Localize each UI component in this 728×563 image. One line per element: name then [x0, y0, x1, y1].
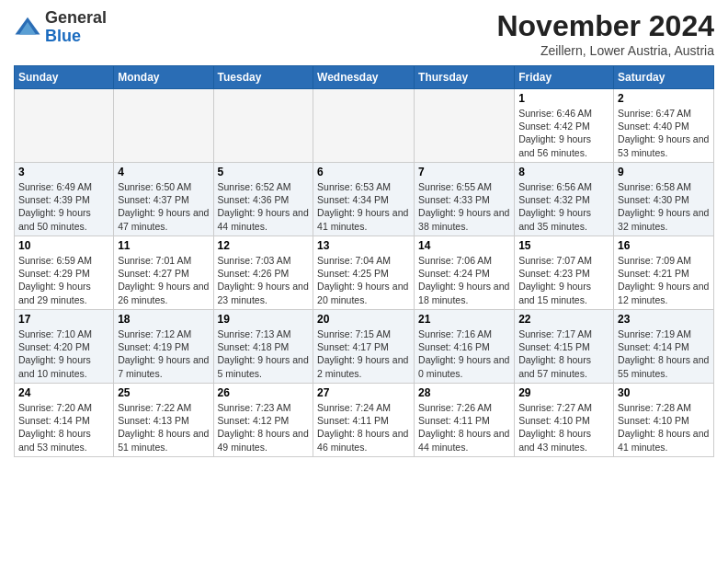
calendar-cell: 30Sunrise: 7:28 AM Sunset: 4:10 PM Dayli…: [614, 384, 714, 457]
calendar-cell: 20Sunrise: 7:15 AM Sunset: 4:17 PM Dayli…: [313, 310, 415, 384]
day-info: Sunrise: 7:04 AM Sunset: 4:25 PM Dayligh…: [317, 254, 410, 306]
calendar-cell: 2Sunrise: 6:47 AM Sunset: 4:40 PM Daylig…: [614, 89, 714, 163]
day-number: 9: [618, 166, 710, 178]
day-info: Sunrise: 7:20 AM Sunset: 4:14 PM Dayligh…: [18, 401, 109, 454]
calendar-cell: 1Sunrise: 6:46 AM Sunset: 4:42 PM Daylig…: [515, 89, 614, 163]
day-number: 30: [618, 386, 710, 399]
calendar-cell: 15Sunrise: 7:07 AM Sunset: 4:23 PM Dayli…: [515, 236, 614, 310]
day-info: Sunrise: 6:47 AM Sunset: 4:40 PM Dayligh…: [618, 107, 710, 159]
day-number: 8: [518, 166, 609, 178]
calendar-cell: 28Sunrise: 7:26 AM Sunset: 4:11 PM Dayli…: [415, 384, 515, 457]
day-info: Sunrise: 7:15 AM Sunset: 4:17 PM Dayligh…: [317, 327, 410, 380]
day-info: Sunrise: 7:17 AM Sunset: 4:15 PM Dayligh…: [518, 327, 609, 380]
col-friday: Friday: [515, 66, 614, 89]
day-number: 6: [317, 166, 410, 178]
day-info: Sunrise: 6:55 AM Sunset: 4:33 PM Dayligh…: [418, 180, 510, 233]
calendar-cell: 14Sunrise: 7:06 AM Sunset: 4:24 PM Dayli…: [415, 236, 515, 310]
calendar-cell: 4Sunrise: 6:50 AM Sunset: 4:37 PM Daylig…: [114, 163, 213, 236]
title-block: November 2024 Zeillern, Lower Austria, A…: [496, 9, 714, 58]
calendar-cell: [114, 89, 213, 163]
day-info: Sunrise: 6:58 AM Sunset: 4:30 PM Dayligh…: [618, 180, 710, 233]
day-number: 22: [518, 313, 609, 326]
day-info: Sunrise: 7:24 AM Sunset: 4:11 PM Dayligh…: [317, 401, 410, 454]
calendar-cell: 24Sunrise: 7:20 AM Sunset: 4:14 PM Dayli…: [15, 384, 114, 457]
day-info: Sunrise: 7:01 AM Sunset: 4:27 PM Dayligh…: [118, 254, 209, 306]
day-info: Sunrise: 6:49 AM Sunset: 4:39 PM Dayligh…: [18, 180, 109, 233]
day-info: Sunrise: 7:27 AM Sunset: 4:10 PM Dayligh…: [518, 401, 609, 454]
day-number: 3: [18, 166, 109, 178]
col-sunday: Sunday: [15, 66, 114, 89]
location-subtitle: Zeillern, Lower Austria, Austria: [496, 43, 714, 58]
day-number: 21: [418, 313, 510, 326]
col-wednesday: Wednesday: [313, 66, 415, 89]
day-number: 20: [317, 313, 410, 326]
day-info: Sunrise: 7:09 AM Sunset: 4:21 PM Dayligh…: [618, 254, 710, 306]
page-header: General Blue November 2024 Zeillern, Low…: [14, 9, 714, 58]
logo-blue: Blue: [45, 27, 81, 45]
day-info: Sunrise: 6:50 AM Sunset: 4:37 PM Dayligh…: [118, 180, 209, 233]
calendar-cell: 27Sunrise: 7:24 AM Sunset: 4:11 PM Dayli…: [313, 384, 415, 457]
calendar-cell: 6Sunrise: 6:53 AM Sunset: 4:34 PM Daylig…: [313, 163, 415, 236]
calendar-cell: 17Sunrise: 7:10 AM Sunset: 4:20 PM Dayli…: [15, 310, 114, 384]
col-saturday: Saturday: [614, 66, 714, 89]
day-info: Sunrise: 7:26 AM Sunset: 4:11 PM Dayligh…: [418, 401, 510, 454]
calendar-cell: 7Sunrise: 6:55 AM Sunset: 4:33 PM Daylig…: [415, 163, 515, 236]
calendar-cell: 9Sunrise: 6:58 AM Sunset: 4:30 PM Daylig…: [614, 163, 714, 236]
week-row-1: 1Sunrise: 6:46 AM Sunset: 4:42 PM Daylig…: [15, 89, 714, 163]
day-number: 27: [317, 386, 410, 399]
logo: General Blue: [14, 9, 107, 46]
day-number: 16: [618, 239, 710, 252]
calendar-cell: 3Sunrise: 6:49 AM Sunset: 4:39 PM Daylig…: [15, 163, 114, 236]
day-number: 5: [218, 166, 310, 178]
day-info: Sunrise: 7:03 AM Sunset: 4:26 PM Dayligh…: [218, 254, 310, 306]
calendar-cell: 26Sunrise: 7:23 AM Sunset: 4:12 PM Dayli…: [213, 384, 313, 457]
day-number: 10: [18, 239, 109, 252]
calendar-cell: 11Sunrise: 7:01 AM Sunset: 4:27 PM Dayli…: [114, 236, 213, 310]
calendar-cell: 21Sunrise: 7:16 AM Sunset: 4:16 PM Dayli…: [415, 310, 515, 384]
calendar-cell: [15, 89, 114, 163]
calendar-cell: 18Sunrise: 7:12 AM Sunset: 4:19 PM Dayli…: [114, 310, 213, 384]
day-info: Sunrise: 7:07 AM Sunset: 4:23 PM Dayligh…: [518, 254, 609, 306]
calendar-cell: 22Sunrise: 7:17 AM Sunset: 4:15 PM Dayli…: [515, 310, 614, 384]
calendar-cell: 25Sunrise: 7:22 AM Sunset: 4:13 PM Dayli…: [114, 384, 213, 457]
calendar-cell: 8Sunrise: 6:56 AM Sunset: 4:32 PM Daylig…: [515, 163, 614, 236]
week-row-2: 3Sunrise: 6:49 AM Sunset: 4:39 PM Daylig…: [15, 163, 714, 236]
day-info: Sunrise: 6:46 AM Sunset: 4:42 PM Dayligh…: [518, 107, 609, 159]
calendar-cell: 12Sunrise: 7:03 AM Sunset: 4:26 PM Dayli…: [213, 236, 313, 310]
calendar-cell: 10Sunrise: 6:59 AM Sunset: 4:29 PM Dayli…: [15, 236, 114, 310]
calendar-cell: 13Sunrise: 7:04 AM Sunset: 4:25 PM Dayli…: [313, 236, 415, 310]
calendar-cell: 29Sunrise: 7:27 AM Sunset: 4:10 PM Dayli…: [515, 384, 614, 457]
day-info: Sunrise: 6:53 AM Sunset: 4:34 PM Dayligh…: [317, 180, 410, 233]
logo-icon: [14, 14, 41, 41]
day-number: 4: [118, 166, 209, 178]
day-number: 7: [418, 166, 510, 178]
day-info: Sunrise: 6:52 AM Sunset: 4:36 PM Dayligh…: [218, 180, 310, 233]
calendar-cell: [415, 89, 515, 163]
logo-general: General: [45, 8, 107, 27]
calendar-cell: 5Sunrise: 6:52 AM Sunset: 4:36 PM Daylig…: [213, 163, 313, 236]
calendar-cell: 19Sunrise: 7:13 AM Sunset: 4:18 PM Dayli…: [213, 310, 313, 384]
day-number: 15: [518, 239, 609, 252]
day-info: Sunrise: 7:28 AM Sunset: 4:10 PM Dayligh…: [618, 401, 710, 454]
month-title: November 2024: [496, 9, 714, 43]
page-container: General Blue November 2024 Zeillern, Low…: [0, 0, 728, 462]
calendar-cell: 23Sunrise: 7:19 AM Sunset: 4:14 PM Dayli…: [614, 310, 714, 384]
week-row-4: 17Sunrise: 7:10 AM Sunset: 4:20 PM Dayli…: [15, 310, 714, 384]
day-number: 24: [18, 386, 109, 399]
day-number: 28: [418, 386, 510, 399]
day-info: Sunrise: 7:19 AM Sunset: 4:14 PM Dayligh…: [618, 327, 710, 380]
day-info: Sunrise: 7:06 AM Sunset: 4:24 PM Dayligh…: [418, 254, 510, 306]
day-number: 25: [118, 386, 209, 399]
day-number: 29: [518, 386, 609, 399]
day-info: Sunrise: 7:22 AM Sunset: 4:13 PM Dayligh…: [118, 401, 209, 454]
calendar-cell: [213, 89, 313, 163]
week-row-5: 24Sunrise: 7:20 AM Sunset: 4:14 PM Dayli…: [15, 384, 714, 457]
logo-text: General Blue: [45, 9, 107, 46]
calendar-cell: 16Sunrise: 7:09 AM Sunset: 4:21 PM Dayli…: [614, 236, 714, 310]
day-number: 18: [118, 313, 209, 326]
day-info: Sunrise: 7:16 AM Sunset: 4:16 PM Dayligh…: [418, 327, 510, 380]
week-row-3: 10Sunrise: 6:59 AM Sunset: 4:29 PM Dayli…: [15, 236, 714, 310]
day-number: 26: [218, 386, 310, 399]
calendar-cell: [313, 89, 415, 163]
col-thursday: Thursday: [415, 66, 515, 89]
